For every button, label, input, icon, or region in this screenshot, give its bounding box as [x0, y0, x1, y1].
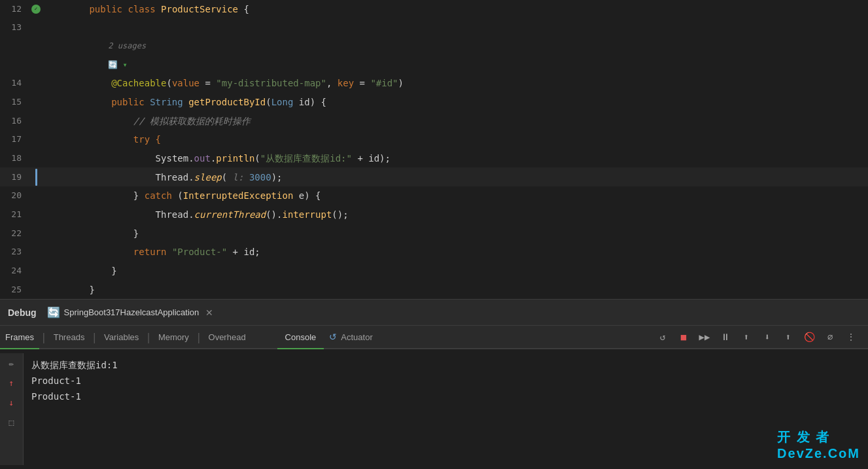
session-tab[interactable]: 🔄 SpringBoot317HazelcastApplication ✕	[47, 306, 214, 319]
tab-console[interactable]: Console	[277, 326, 324, 349]
debug-tabs-bar: Frames | Threads | Variables | Memory | …	[0, 326, 868, 349]
close-tab-icon[interactable]: ✕	[205, 307, 213, 318]
actuator-btn[interactable]: ↺ Actuator	[324, 332, 377, 342]
line-number-20: 20	[0, 187, 29, 204]
line-content-25: }	[43, 264, 868, 299]
brace-close-25: }	[89, 285, 94, 295]
code-container: 12 ✓ public class ProductService { 13 2 …	[0, 0, 868, 299]
console-text-area: 从数据库查数据id:1 Product-1 Product-1	[24, 353, 868, 465]
code-line-25: 25 }	[0, 280, 868, 299]
session-label: SpringBoot317HazelcastApplication	[64, 307, 200, 317]
up-arrow-btn[interactable]: ↑	[5, 375, 19, 390]
tab-frames[interactable]: Frames	[0, 326, 39, 349]
clear-btn[interactable]: ⌀	[821, 328, 839, 346]
debug-title: Debug	[8, 307, 37, 318]
down-arrow-btn[interactable]: ↓	[5, 395, 19, 409]
line-number-24: 24	[0, 262, 29, 279]
line-number-22: 22	[0, 225, 29, 242]
console-line-1: 从数据库查数据id:1	[31, 357, 860, 373]
line-number-23: 23	[0, 243, 29, 260]
line-number-15: 15	[0, 94, 29, 111]
step-out-btn[interactable]: ⬆	[779, 328, 797, 346]
keyword-class: class	[128, 4, 161, 14]
code-line-12: 12 ✓ public class ProductService {	[0, 0, 868, 19]
line-number-16: 16	[0, 113, 29, 130]
line-gutter-19	[29, 169, 43, 186]
keyword-public: public	[89, 4, 128, 14]
line-number-17: 17	[0, 131, 29, 148]
actuator-label: Actuator	[341, 332, 372, 342]
session-icon: 🔄	[47, 306, 60, 319]
resume-btn[interactable]: ▶▶	[695, 328, 714, 346]
sep-1: |	[41, 331, 47, 343]
line-number-18: 18	[0, 150, 29, 167]
tab-variables[interactable]: Variables	[99, 326, 144, 349]
console-sidebar: ✏ ↑ ↓ ⬚ 从数据库查数据id:1 Product-1 Product-1	[0, 353, 868, 465]
sep-3: |	[145, 331, 152, 343]
debug-toolbar-icons: ↺ ■ ▶▶ ⏸ ⬆ ⬇ ⬆ 🚫 ⌀ ⋮	[653, 328, 868, 346]
tab-memory[interactable]: Memory	[153, 326, 194, 349]
expand-btn[interactable]: ⬚	[5, 415, 19, 429]
line-number-25: 25	[0, 281, 29, 298]
sep-4: |	[196, 331, 202, 343]
brace-open: {	[243, 4, 249, 14]
console-line-2: Product-1	[31, 373, 860, 389]
line-gutter-12[interactable]: ✓	[29, 5, 43, 14]
tab-threads[interactable]: Threads	[48, 326, 90, 349]
exec-marker	[35, 169, 37, 186]
green-dot-icon: ✓	[31, 5, 41, 14]
console-output-area: ✏ ↑ ↓ ⬚ 从数据库查数据id:1 Product-1 Product-1	[0, 349, 868, 469]
line-number-13: 13	[0, 19, 29, 36]
console-left-bar: ✏ ↑ ↓ ⬚	[0, 353, 24, 465]
editor-area: 12 ✓ public class ProductService { 13 2 …	[0, 0, 868, 299]
line-number-14: 14	[0, 75, 29, 92]
debug-panel: Debug 🔄 SpringBoot317HazelcastApplicatio…	[0, 299, 868, 469]
actuator-icon: ↺	[329, 332, 337, 342]
stop-btn[interactable]: ■	[674, 328, 693, 346]
line-number-19: 19	[0, 169, 29, 186]
line-number-12: 12	[0, 1, 29, 18]
console-line-3: Product-1	[31, 389, 860, 404]
more-btn[interactable]: ⋮	[842, 328, 860, 346]
tab-overhead[interactable]: Overhead	[203, 326, 251, 349]
sep-2: |	[91, 331, 97, 343]
debug-header: Debug 🔄 SpringBoot317HazelcastApplicatio…	[0, 300, 868, 326]
refresh-btn[interactable]: ↺	[653, 328, 672, 346]
pause-btn[interactable]: ⏸	[716, 328, 735, 346]
step-over-btn[interactable]: ⬆	[737, 328, 755, 346]
edit-icon-btn[interactable]: ✏	[5, 356, 19, 370]
step-into-btn[interactable]: ⬇	[758, 328, 776, 346]
class-name: ProductService	[161, 4, 243, 14]
line-number-21: 21	[0, 206, 29, 223]
mute-breakpoints-btn[interactable]: 🚫	[800, 328, 818, 346]
